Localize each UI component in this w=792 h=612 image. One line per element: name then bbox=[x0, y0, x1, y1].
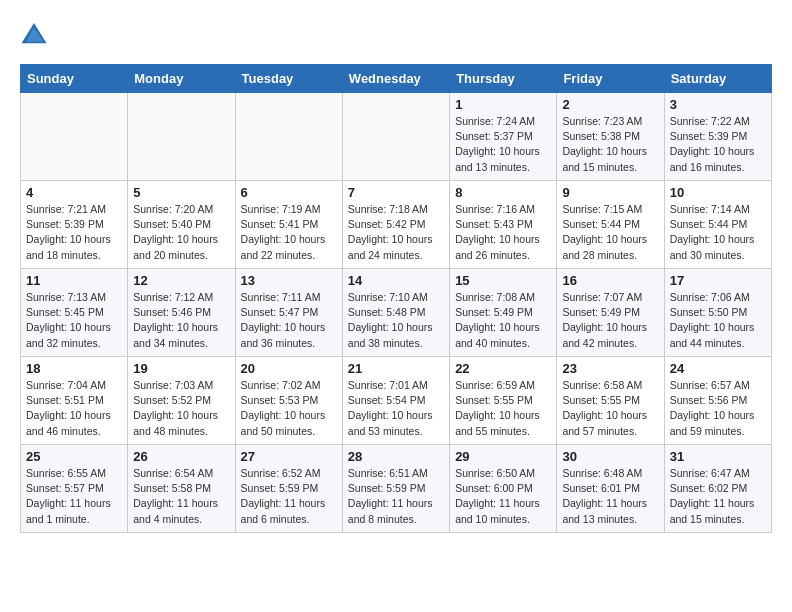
page-header bbox=[20, 20, 772, 48]
day-number: 13 bbox=[241, 273, 337, 288]
day-number: 4 bbox=[26, 185, 122, 200]
day-number: 15 bbox=[455, 273, 551, 288]
calendar-cell: 6Sunrise: 7:19 AM Sunset: 5:41 PM Daylig… bbox=[235, 181, 342, 269]
calendar-cell: 24Sunrise: 6:57 AM Sunset: 5:56 PM Dayli… bbox=[664, 357, 771, 445]
day-of-week-header: Wednesday bbox=[342, 65, 449, 93]
day-number: 23 bbox=[562, 361, 658, 376]
day-info: Sunrise: 6:48 AM Sunset: 6:01 PM Dayligh… bbox=[562, 466, 658, 527]
day-info: Sunrise: 7:07 AM Sunset: 5:49 PM Dayligh… bbox=[562, 290, 658, 351]
day-info: Sunrise: 6:47 AM Sunset: 6:02 PM Dayligh… bbox=[670, 466, 766, 527]
calendar-cell: 2Sunrise: 7:23 AM Sunset: 5:38 PM Daylig… bbox=[557, 93, 664, 181]
calendar-cell: 13Sunrise: 7:11 AM Sunset: 5:47 PM Dayli… bbox=[235, 269, 342, 357]
day-info: Sunrise: 7:06 AM Sunset: 5:50 PM Dayligh… bbox=[670, 290, 766, 351]
day-number: 9 bbox=[562, 185, 658, 200]
day-number: 12 bbox=[133, 273, 229, 288]
day-info: Sunrise: 7:08 AM Sunset: 5:49 PM Dayligh… bbox=[455, 290, 551, 351]
day-of-week-header: Saturday bbox=[664, 65, 771, 93]
day-number: 22 bbox=[455, 361, 551, 376]
calendar-cell: 3Sunrise: 7:22 AM Sunset: 5:39 PM Daylig… bbox=[664, 93, 771, 181]
day-of-week-header: Tuesday bbox=[235, 65, 342, 93]
calendar-cell bbox=[128, 93, 235, 181]
day-number: 1 bbox=[455, 97, 551, 112]
calendar-week-row: 4Sunrise: 7:21 AM Sunset: 5:39 PM Daylig… bbox=[21, 181, 772, 269]
day-of-week-header: Thursday bbox=[450, 65, 557, 93]
day-info: Sunrise: 6:54 AM Sunset: 5:58 PM Dayligh… bbox=[133, 466, 229, 527]
day-info: Sunrise: 7:15 AM Sunset: 5:44 PM Dayligh… bbox=[562, 202, 658, 263]
day-info: Sunrise: 6:58 AM Sunset: 5:55 PM Dayligh… bbox=[562, 378, 658, 439]
calendar-week-row: 11Sunrise: 7:13 AM Sunset: 5:45 PM Dayli… bbox=[21, 269, 772, 357]
calendar-cell: 25Sunrise: 6:55 AM Sunset: 5:57 PM Dayli… bbox=[21, 445, 128, 533]
calendar-cell: 10Sunrise: 7:14 AM Sunset: 5:44 PM Dayli… bbox=[664, 181, 771, 269]
calendar-cell: 22Sunrise: 6:59 AM Sunset: 5:55 PM Dayli… bbox=[450, 357, 557, 445]
day-number: 10 bbox=[670, 185, 766, 200]
day-number: 20 bbox=[241, 361, 337, 376]
day-info: Sunrise: 7:01 AM Sunset: 5:54 PM Dayligh… bbox=[348, 378, 444, 439]
calendar-cell: 4Sunrise: 7:21 AM Sunset: 5:39 PM Daylig… bbox=[21, 181, 128, 269]
calendar-week-row: 25Sunrise: 6:55 AM Sunset: 5:57 PM Dayli… bbox=[21, 445, 772, 533]
day-number: 8 bbox=[455, 185, 551, 200]
day-info: Sunrise: 6:52 AM Sunset: 5:59 PM Dayligh… bbox=[241, 466, 337, 527]
calendar-cell: 14Sunrise: 7:10 AM Sunset: 5:48 PM Dayli… bbox=[342, 269, 449, 357]
day-info: Sunrise: 7:18 AM Sunset: 5:42 PM Dayligh… bbox=[348, 202, 444, 263]
calendar-cell: 5Sunrise: 7:20 AM Sunset: 5:40 PM Daylig… bbox=[128, 181, 235, 269]
day-number: 18 bbox=[26, 361, 122, 376]
day-info: Sunrise: 7:03 AM Sunset: 5:52 PM Dayligh… bbox=[133, 378, 229, 439]
calendar-cell: 27Sunrise: 6:52 AM Sunset: 5:59 PM Dayli… bbox=[235, 445, 342, 533]
day-number: 11 bbox=[26, 273, 122, 288]
day-info: Sunrise: 7:20 AM Sunset: 5:40 PM Dayligh… bbox=[133, 202, 229, 263]
day-number: 14 bbox=[348, 273, 444, 288]
day-info: Sunrise: 6:50 AM Sunset: 6:00 PM Dayligh… bbox=[455, 466, 551, 527]
day-info: Sunrise: 7:16 AM Sunset: 5:43 PM Dayligh… bbox=[455, 202, 551, 263]
day-number: 26 bbox=[133, 449, 229, 464]
calendar-week-row: 18Sunrise: 7:04 AM Sunset: 5:51 PM Dayli… bbox=[21, 357, 772, 445]
day-number: 2 bbox=[562, 97, 658, 112]
day-info: Sunrise: 7:14 AM Sunset: 5:44 PM Dayligh… bbox=[670, 202, 766, 263]
calendar-cell: 15Sunrise: 7:08 AM Sunset: 5:49 PM Dayli… bbox=[450, 269, 557, 357]
day-info: Sunrise: 7:21 AM Sunset: 5:39 PM Dayligh… bbox=[26, 202, 122, 263]
calendar-cell: 29Sunrise: 6:50 AM Sunset: 6:00 PM Dayli… bbox=[450, 445, 557, 533]
day-number: 27 bbox=[241, 449, 337, 464]
day-number: 5 bbox=[133, 185, 229, 200]
calendar-cell: 18Sunrise: 7:04 AM Sunset: 5:51 PM Dayli… bbox=[21, 357, 128, 445]
day-number: 7 bbox=[348, 185, 444, 200]
calendar-cell: 1Sunrise: 7:24 AM Sunset: 5:37 PM Daylig… bbox=[450, 93, 557, 181]
day-info: Sunrise: 7:11 AM Sunset: 5:47 PM Dayligh… bbox=[241, 290, 337, 351]
calendar-cell: 31Sunrise: 6:47 AM Sunset: 6:02 PM Dayli… bbox=[664, 445, 771, 533]
calendar-week-row: 1Sunrise: 7:24 AM Sunset: 5:37 PM Daylig… bbox=[21, 93, 772, 181]
logo-icon bbox=[20, 20, 48, 48]
calendar-cell: 23Sunrise: 6:58 AM Sunset: 5:55 PM Dayli… bbox=[557, 357, 664, 445]
calendar-cell: 20Sunrise: 7:02 AM Sunset: 5:53 PM Dayli… bbox=[235, 357, 342, 445]
calendar-cell: 21Sunrise: 7:01 AM Sunset: 5:54 PM Dayli… bbox=[342, 357, 449, 445]
day-info: Sunrise: 7:22 AM Sunset: 5:39 PM Dayligh… bbox=[670, 114, 766, 175]
calendar-cell: 26Sunrise: 6:54 AM Sunset: 5:58 PM Dayli… bbox=[128, 445, 235, 533]
day-of-week-header: Sunday bbox=[21, 65, 128, 93]
day-number: 16 bbox=[562, 273, 658, 288]
day-number: 30 bbox=[562, 449, 658, 464]
calendar-cell: 17Sunrise: 7:06 AM Sunset: 5:50 PM Dayli… bbox=[664, 269, 771, 357]
day-number: 19 bbox=[133, 361, 229, 376]
day-number: 17 bbox=[670, 273, 766, 288]
calendar-cell: 9Sunrise: 7:15 AM Sunset: 5:44 PM Daylig… bbox=[557, 181, 664, 269]
day-info: Sunrise: 6:51 AM Sunset: 5:59 PM Dayligh… bbox=[348, 466, 444, 527]
calendar-cell: 16Sunrise: 7:07 AM Sunset: 5:49 PM Dayli… bbox=[557, 269, 664, 357]
calendar-cell: 19Sunrise: 7:03 AM Sunset: 5:52 PM Dayli… bbox=[128, 357, 235, 445]
day-info: Sunrise: 7:04 AM Sunset: 5:51 PM Dayligh… bbox=[26, 378, 122, 439]
logo bbox=[20, 20, 52, 48]
day-number: 31 bbox=[670, 449, 766, 464]
day-number: 25 bbox=[26, 449, 122, 464]
day-info: Sunrise: 7:24 AM Sunset: 5:37 PM Dayligh… bbox=[455, 114, 551, 175]
day-info: Sunrise: 7:10 AM Sunset: 5:48 PM Dayligh… bbox=[348, 290, 444, 351]
day-number: 6 bbox=[241, 185, 337, 200]
calendar-cell bbox=[342, 93, 449, 181]
calendar-cell: 11Sunrise: 7:13 AM Sunset: 5:45 PM Dayli… bbox=[21, 269, 128, 357]
day-of-week-header: Monday bbox=[128, 65, 235, 93]
day-number: 3 bbox=[670, 97, 766, 112]
day-info: Sunrise: 7:19 AM Sunset: 5:41 PM Dayligh… bbox=[241, 202, 337, 263]
day-info: Sunrise: 6:59 AM Sunset: 5:55 PM Dayligh… bbox=[455, 378, 551, 439]
day-info: Sunrise: 7:12 AM Sunset: 5:46 PM Dayligh… bbox=[133, 290, 229, 351]
calendar-cell: 30Sunrise: 6:48 AM Sunset: 6:01 PM Dayli… bbox=[557, 445, 664, 533]
day-info: Sunrise: 7:13 AM Sunset: 5:45 PM Dayligh… bbox=[26, 290, 122, 351]
day-number: 24 bbox=[670, 361, 766, 376]
day-info: Sunrise: 6:57 AM Sunset: 5:56 PM Dayligh… bbox=[670, 378, 766, 439]
day-info: Sunrise: 6:55 AM Sunset: 5:57 PM Dayligh… bbox=[26, 466, 122, 527]
